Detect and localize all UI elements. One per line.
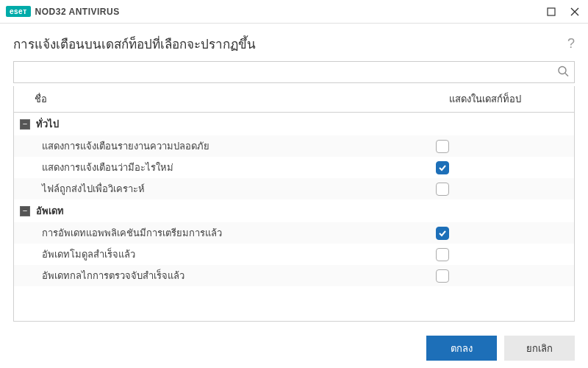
item-label: อัพเดทกลไกการตรวจจับสำเร็จแล้ว <box>20 268 436 283</box>
column-name[interactable]: ชื่อ <box>14 86 442 112</box>
group-label: ทั่วไป <box>36 116 59 132</box>
ok-button[interactable]: ตกลง <box>426 336 497 361</box>
maximize-button[interactable] <box>544 4 559 19</box>
cancel-button[interactable]: ยกเลิก <box>504 336 575 361</box>
group-label: อัพเดท <box>36 203 64 219</box>
help-button[interactable]: ? <box>567 36 575 52</box>
window-controls <box>544 4 582 19</box>
item-label: แสดงการแจ้งเตือนรายงานความปลอดภัย <box>20 138 436 154</box>
footer: ตกลง ยกเลิก <box>0 328 588 368</box>
item-row: แสดงการแจ้งเตือนรายงานความปลอดภัย <box>14 135 574 157</box>
page-title: การแจ้งเตือนบนเดสก์ท็อปที่เลือกจะปรากฏขึ… <box>13 34 256 54</box>
item-row: อัพเดทโมดูลสำเร็จแล้ว <box>14 244 574 265</box>
item-checkbox-cell <box>436 161 568 174</box>
header: การแจ้งเตือนบนเดสก์ท็อปที่เลือกจะปรากฏขึ… <box>0 24 588 61</box>
item-row: อัพเดทกลไกการตรวจจับสำเร็จแล้ว <box>14 265 574 286</box>
brand: eseт NOD32 ANTIVIRUS <box>6 6 120 17</box>
checkbox[interactable] <box>436 227 449 240</box>
collapse-toggle[interactable]: − <box>20 119 30 130</box>
item-label: แสดงการแจ้งเตือนว่ามีอะไรใหม่ <box>20 160 436 175</box>
titlebar: eseт NOD32 ANTIVIRUS <box>0 0 588 24</box>
item-checkbox-cell <box>436 227 568 240</box>
checkbox[interactable] <box>436 269 449 283</box>
brand-product: NOD32 ANTIVIRUS <box>35 7 120 17</box>
checkbox[interactable] <box>436 161 449 174</box>
checkbox[interactable] <box>436 248 449 261</box>
item-row: การอัพเดทแอพพลิเคชันมีการเตรียมการแล้ว <box>14 222 574 244</box>
content: ชื่อ แสดงในเดสก์ท็อป −ทั่วไปแสดงการแจ้งเ… <box>0 61 588 322</box>
table-body: −ทั่วไปแสดงการแจ้งเตือนรายงานความปลอดภัย… <box>14 113 574 286</box>
search-input[interactable] <box>13 61 575 83</box>
checkbox[interactable] <box>436 140 449 153</box>
svg-rect-0 <box>548 8 555 15</box>
checkbox[interactable] <box>436 183 449 196</box>
item-checkbox-cell <box>436 140 568 153</box>
item-label: ไฟล์ถูกส่งไปเพื่อวิเคราะห์ <box>20 181 436 197</box>
item-row: แสดงการแจ้งเตือนว่ามีอะไรใหม่ <box>14 157 574 178</box>
item-checkbox-cell <box>436 183 568 196</box>
search-wrap <box>13 61 575 83</box>
group-row: −ทั่วไป <box>14 113 574 135</box>
table-header: ชื่อ แสดงในเดสก์ท็อป <box>14 86 574 113</box>
collapse-toggle[interactable]: − <box>20 206 30 216</box>
column-show[interactable]: แสดงในเดสก์ท็อป <box>442 86 574 112</box>
item-checkbox-cell <box>436 248 568 261</box>
notification-table: ชื่อ แสดงในเดสก์ท็อป −ทั่วไปแสดงการแจ้งเ… <box>13 86 575 322</box>
group-row: −อัพเดท <box>14 199 574 222</box>
item-label: อัพเดทโมดูลสำเร็จแล้ว <box>20 247 436 262</box>
item-row: ไฟล์ถูกส่งไปเพื่อวิเคราะห์ <box>14 178 574 199</box>
brand-logo: eseт <box>6 6 31 17</box>
close-button[interactable] <box>567 4 582 19</box>
item-checkbox-cell <box>436 269 568 283</box>
item-label: การอัพเดทแอพพลิเคชันมีการเตรียมการแล้ว <box>20 225 436 241</box>
